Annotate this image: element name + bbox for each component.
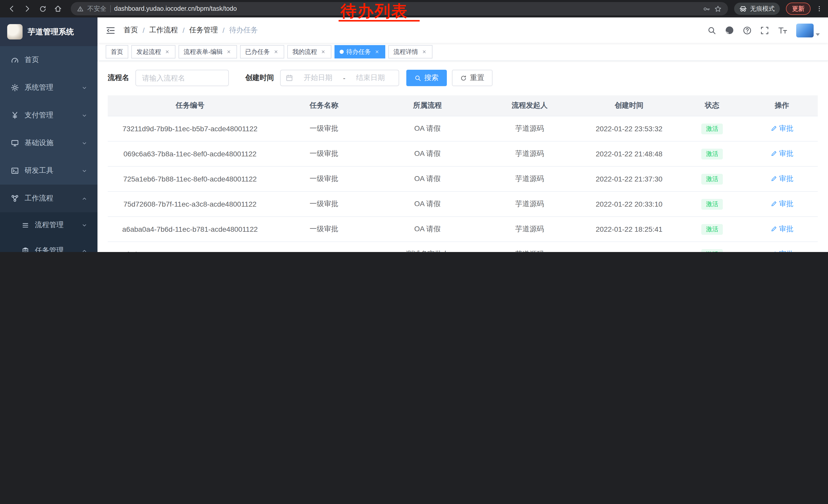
gear-icon bbox=[10, 84, 19, 92]
sidebar-item-label: 任务管理 bbox=[35, 246, 64, 252]
sidebar-item-workflow[interactable]: 工作流程 bbox=[0, 185, 97, 212]
tag-home[interactable]: 首页 bbox=[106, 45, 128, 58]
cell-task-id: 069c6a63-7b8a-11ec-8ef0-acde48001122 bbox=[108, 141, 272, 166]
back-icon[interactable] bbox=[5, 2, 18, 15]
incognito-icon bbox=[739, 5, 747, 12]
reload-icon[interactable] bbox=[36, 2, 49, 15]
tag-form-edit[interactable]: 流程表单-编辑 bbox=[178, 45, 237, 58]
annotation-underline bbox=[339, 20, 420, 21]
url-text: dashboard.yudao.iocoder.cn/bpm/task/todo bbox=[114, 5, 237, 12]
app-title: 芋道管理系统 bbox=[28, 27, 74, 37]
sidebar-item-infrastructure[interactable]: 基础设施 bbox=[0, 129, 97, 157]
sidebar: 芋道管理系统 首页 系统管理 支付管理 基础设施 bbox=[0, 17, 97, 252]
browser-menu-icon[interactable] bbox=[816, 5, 823, 12]
start-date-placeholder: 开始日期 bbox=[295, 73, 341, 83]
cell-process: OA 请假 bbox=[376, 217, 479, 242]
navbar-actions bbox=[707, 23, 820, 37]
tag-label: 首页 bbox=[111, 47, 123, 56]
collapse-sidebar-icon[interactable] bbox=[106, 26, 115, 35]
close-icon[interactable] bbox=[421, 48, 427, 55]
sidebar-item-devtools[interactable]: 研发工具 bbox=[0, 157, 97, 185]
github-icon[interactable] bbox=[725, 26, 734, 35]
cell-task-id: 725a1eb6-7b88-11ec-8ef0-acde48001122 bbox=[108, 166, 272, 191]
approve-link[interactable]: 审批 bbox=[770, 124, 793, 133]
forward-icon[interactable] bbox=[20, 2, 34, 15]
sidebar-item-label: 系统管理 bbox=[25, 83, 53, 92]
incognito-label: 无痕模式 bbox=[750, 4, 775, 13]
cell-process: OA 请假 bbox=[376, 191, 479, 217]
active-dot bbox=[340, 50, 344, 54]
approve-link[interactable]: 审批 bbox=[770, 199, 793, 209]
terminal-icon bbox=[10, 167, 19, 175]
table-row: 069c6a63-7b8a-11ec-8ef0-acde48001122 一级审… bbox=[108, 141, 818, 166]
approve-link[interactable]: 审批 bbox=[770, 174, 793, 184]
tag-start-process[interactable]: 发起流程 bbox=[131, 45, 175, 58]
app: 芋道管理系统 首页 系统管理 支付管理 基础设施 bbox=[0, 17, 828, 252]
tag-process-detail[interactable]: 流程详情 bbox=[388, 45, 432, 58]
approve-link[interactable]: 审批 bbox=[770, 225, 793, 234]
col-task-name: 任务名称 bbox=[272, 95, 376, 116]
table-row: 725a1eb6-7b88-11ec-8ef0-acde48001122 一级审… bbox=[108, 166, 818, 191]
cell-task-id: 73211d9d-7b9b-11ec-b5b7-acde48001122 bbox=[108, 116, 272, 141]
approve-link[interactable]: 审批 bbox=[770, 149, 793, 158]
sidebar-item-label: 支付管理 bbox=[25, 111, 53, 120]
workflow-submenu: 流程管理 任务管理 我的流程 待办任务 已 bbox=[0, 212, 97, 252]
cell-initiator: 芋道源码 bbox=[479, 191, 580, 217]
sidebar-item-payment[interactable]: 支付管理 bbox=[0, 101, 97, 129]
tag-my-process[interactable]: 我的流程 bbox=[287, 45, 331, 58]
font-size-icon[interactable] bbox=[778, 26, 787, 35]
todo-task-table: 任务编号 任务名称 所属流程 流程发起人 创建时间 状态 操作 73211d9d… bbox=[108, 95, 818, 252]
breadcrumb-separator: / bbox=[182, 26, 185, 34]
cell-process: OA 请假 bbox=[376, 166, 479, 191]
close-icon[interactable] bbox=[320, 48, 326, 55]
close-icon[interactable] bbox=[273, 48, 279, 55]
fullscreen-icon[interactable] bbox=[760, 26, 769, 35]
col-created: 创建时间 bbox=[580, 95, 678, 116]
calendar-icon bbox=[286, 74, 293, 82]
home-icon[interactable] bbox=[51, 2, 65, 15]
workflow-icon bbox=[10, 194, 19, 202]
breadcrumb-task-mgmt[interactable]: 任务管理 bbox=[189, 26, 218, 35]
reset-button-label: 重置 bbox=[470, 73, 484, 83]
breadcrumb-workflow[interactable]: 工作流程 bbox=[149, 26, 178, 35]
update-button[interactable]: 更新 bbox=[786, 3, 811, 15]
approve-link[interactable]: 审批 bbox=[770, 250, 793, 252]
status-badge: 激活 bbox=[701, 174, 723, 184]
annotation-text: 待办列表 bbox=[341, 3, 408, 20]
sidebar-item-home[interactable]: 首页 bbox=[0, 46, 97, 74]
edit-icon bbox=[770, 150, 777, 157]
search-icon[interactable] bbox=[707, 26, 716, 35]
breadcrumb-home[interactable]: 首页 bbox=[124, 26, 138, 35]
col-action: 操作 bbox=[746, 95, 818, 116]
breadcrumb: 首页 / 工作流程 / 任务管理 / 待办任务 bbox=[124, 26, 258, 35]
avatar bbox=[796, 23, 814, 37]
user-menu[interactable] bbox=[796, 23, 820, 37]
navbar: 首页 / 工作流程 / 任务管理 / 待办任务 bbox=[97, 17, 828, 43]
main: 首页 / 工作流程 / 任务管理 / 待办任务 bbox=[97, 17, 828, 252]
star-icon[interactable] bbox=[714, 5, 722, 12]
viewport: 不安全 dashboard.yudao.iocoder.cn/bpm/task/… bbox=[0, 0, 828, 252]
close-icon[interactable] bbox=[225, 48, 232, 55]
tag-done-tasks[interactable]: 已办任务 bbox=[240, 45, 284, 58]
help-icon[interactable] bbox=[743, 26, 752, 35]
col-process: 所属流程 bbox=[376, 95, 479, 116]
chevron-down-icon bbox=[82, 85, 87, 91]
reset-button[interactable]: 重置 bbox=[452, 70, 493, 86]
tag-label: 发起流程 bbox=[136, 47, 161, 56]
sidebar-item-task-mgmt[interactable]: 任务管理 bbox=[0, 238, 97, 252]
edit-icon bbox=[770, 125, 777, 132]
monitor-icon bbox=[10, 139, 19, 147]
search-button[interactable]: 搜索 bbox=[406, 70, 447, 86]
tag-todo-tasks[interactable]: 待办任务 bbox=[334, 45, 385, 58]
sidebar-item-process-mgmt[interactable]: 流程管理 bbox=[0, 212, 97, 238]
sidebar-item-system[interactable]: 系统管理 bbox=[0, 74, 97, 101]
cell-initiator: 芋道源码 bbox=[479, 141, 580, 166]
key-icon[interactable] bbox=[703, 5, 710, 12]
close-icon[interactable] bbox=[164, 48, 170, 55]
process-name-input[interactable] bbox=[135, 70, 229, 86]
sidebar-item-label: 首页 bbox=[25, 55, 39, 64]
filter-bar: 流程名 创建时间 开始日期 - 结束日期 搜索 重 bbox=[108, 70, 818, 86]
breadcrumb-separator: / bbox=[142, 26, 145, 34]
close-icon[interactable] bbox=[373, 48, 380, 55]
date-range-picker[interactable]: 开始日期 - 结束日期 bbox=[280, 70, 399, 86]
